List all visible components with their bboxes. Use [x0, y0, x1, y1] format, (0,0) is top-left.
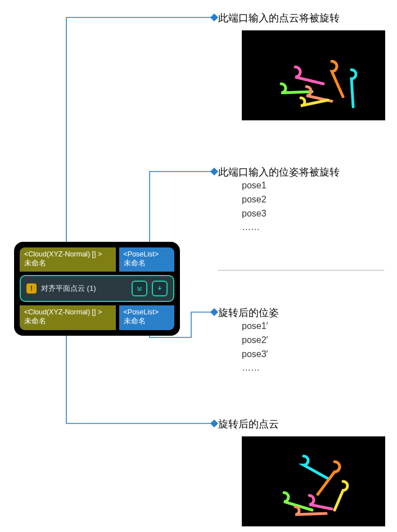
annotation-input-cloud: 此端口输入的点云将被旋转	[218, 11, 385, 120]
vision-node: <Cloud(XYZ-Normal) [] > 未命名 <PoseList> 未…	[14, 242, 180, 336]
annotation-line: ……	[242, 361, 279, 375]
annotation-output-pose: 旋转后的位姿 pose1′ pose2′ pose3′ ……	[218, 306, 279, 375]
port-name: 未命名	[24, 259, 111, 268]
annotation-line: pose1	[242, 179, 340, 193]
diamond-marker	[210, 168, 218, 175]
port-type: <Cloud(XYZ-Normal) [] >	[24, 308, 111, 317]
diamond-marker	[210, 308, 218, 316]
annotation-line: pose2′	[242, 333, 279, 348]
port-name: 未命名	[24, 317, 111, 326]
port-name: 未命名	[124, 317, 170, 326]
annotation-line: ……	[242, 220, 340, 235]
annotation-heading: 旋转后的点云	[218, 417, 385, 431]
input-port-pose[interactable]: <PoseList> 未命名	[119, 247, 175, 272]
node-title-bar[interactable]: ! 对齐平面点云 (1)	[20, 275, 174, 302]
port-type: <Cloud(XYZ-Normal) [] >	[24, 250, 111, 259]
node-title: 对齐平面点云 (1)	[41, 283, 127, 294]
annotation-line: pose2	[242, 193, 340, 207]
section-divider	[218, 270, 384, 270]
annotation-heading: 旋转后的位姿	[218, 306, 279, 319]
annotation-heading: 此端口输入的位姿将被旋转	[218, 165, 340, 179]
port-name: 未命名	[124, 259, 170, 268]
expand-button[interactable]	[132, 281, 147, 296]
annotation-heading: 此端口输入的点云将被旋转	[218, 11, 385, 25]
output-port-cloud[interactable]: <Cloud(XYZ-Normal) [] > 未命名	[20, 305, 116, 330]
collapse-button[interactable]	[152, 281, 168, 296]
annotation-line: pose3′	[242, 348, 279, 362]
port-type: <PoseList>	[124, 250, 170, 259]
input-port-cloud[interactable]: <Cloud(XYZ-Normal) [] > 未命名	[20, 247, 116, 272]
pointcloud-preview-after	[242, 436, 385, 526]
annotation-line: pose3	[242, 207, 340, 221]
node-output-row: <Cloud(XYZ-Normal) [] > 未命名 <PoseList> 未…	[20, 305, 174, 330]
port-type: <PoseList>	[124, 308, 170, 317]
diamond-marker	[210, 420, 218, 427]
pointcloud-preview-before	[242, 30, 385, 120]
warning-icon: !	[26, 283, 37, 294]
diamond-marker	[210, 13, 218, 21]
output-port-pose[interactable]: <PoseList> 未命名	[119, 305, 175, 330]
node-input-row: <Cloud(XYZ-Normal) [] > 未命名 <PoseList> 未…	[20, 247, 174, 272]
annotation-line: pose1′	[242, 319, 279, 333]
annotation-output-cloud: 旋转后的点云	[218, 417, 385, 526]
annotation-input-pose: 此端口输入的位姿将被旋转 pose1 pose2 pose3 ……	[218, 165, 340, 235]
